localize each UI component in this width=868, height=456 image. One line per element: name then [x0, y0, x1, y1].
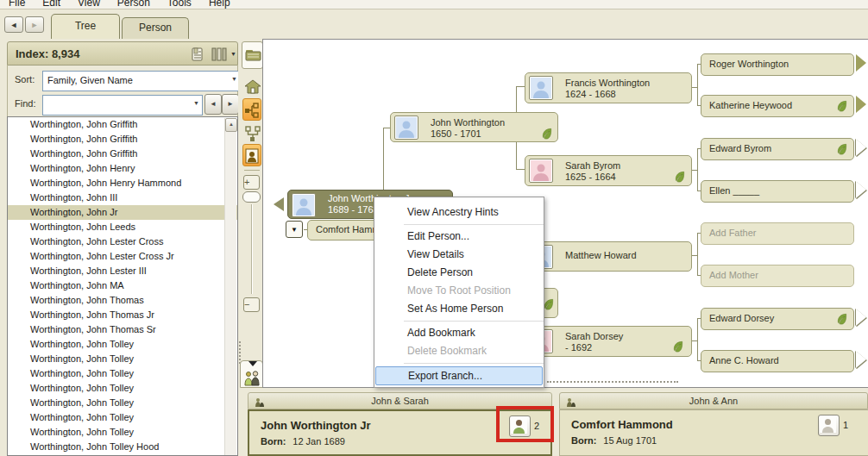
menu-item-view-details[interactable]: View Details [374, 246, 544, 264]
add-father-label: Add Father [709, 228, 756, 238]
history-forward-button[interactable]: ► [25, 16, 44, 33]
list-item[interactable]: Worthington, John MA [8, 278, 237, 293]
male-portrait-icon [292, 193, 316, 217]
columns-dropdown-icon[interactable]: ▼ [230, 51, 236, 57]
sort-dropdown-arrow-icon[interactable]: ▼ [231, 76, 237, 82]
tab-person[interactable]: Person [122, 17, 189, 39]
person-name: Ellen _____ [709, 185, 759, 196]
ancestry-hint-leaf-icon[interactable] [673, 170, 686, 183]
list-item[interactable]: Worthington, John III [8, 191, 237, 205]
spouse-dropdown-button[interactable]: ▼ [286, 221, 303, 238]
couple-card-comfort-hammond[interactable]: Comfort Hammond Born:15 Aug 1701 1 [559, 409, 868, 456]
spouse-count-button[interactable] [818, 415, 840, 436]
bookmark-list-icon[interactable] [190, 47, 205, 64]
list-item[interactable]: Worthington, John Leeds [8, 220, 237, 234]
person-name: Edward Byrom [709, 143, 771, 153]
columns-layout-icon[interactable] [211, 47, 229, 64]
list-item[interactable]: Worthington, John Tolley [8, 410, 237, 425]
list-item[interactable]: Worthington, John Tolley [8, 381, 237, 396]
list-item[interactable]: Worthington, John Henry Hammond [8, 176, 237, 191]
menu-tools[interactable]: Tools [166, 0, 193, 9]
ancestry-hint-leaf-icon[interactable] [540, 127, 553, 140]
list-item[interactable]: Worthington, John Tolley [8, 425, 237, 440]
menu-person[interactable]: Person [116, 0, 152, 9]
ancestry-hint-leaf-icon[interactable] [835, 312, 848, 325]
list-item[interactable]: Worthington, John Tolley [8, 396, 237, 410]
list-item[interactable]: Worthington, John Tolley [8, 352, 237, 366]
menu-item-edit-person[interactable]: Edit Person... [374, 228, 544, 246]
ancestry-hint-leaf-icon[interactable] [835, 99, 848, 112]
list-item[interactable]: Worthington, John Griffith [8, 132, 237, 147]
scroll-up-icon[interactable]: ▲ [225, 118, 237, 132]
back-icon: ◄ [10, 21, 18, 29]
couples-caret-icon [248, 361, 257, 366]
menu-item-export-branch[interactable]: Export Branch... [375, 366, 543, 385]
card-person-name: Comfort Hammond [571, 418, 673, 431]
list-scrollbar[interactable]: ▲ [224, 118, 236, 456]
person-box-roger-worthington[interactable]: Roger Worthington [701, 53, 854, 76]
index-panel-toggle-button[interactable] [242, 41, 263, 69]
person-view-button[interactable] [242, 144, 261, 166]
expand-branch-arrow-icon[interactable] [856, 351, 866, 368]
collapse-branch-arrow-icon[interactable] [274, 197, 284, 211]
person-box-katherine-heywood[interactable]: Katherine Heywood [701, 95, 854, 117]
menu-item-add-bookmark[interactable]: Add Bookmark [374, 324, 544, 342]
ancestry-hint-leaf-icon[interactable] [835, 142, 848, 155]
menu-item-set-as-home-person[interactable]: Set As Home Person [374, 300, 544, 318]
list-item[interactable]: Worthington, John Lester Cross [8, 234, 237, 249]
descendants-view-button[interactable] [244, 126, 261, 145]
add-mother-box[interactable]: Add Mother [701, 265, 854, 287]
person-box-matthew-howard[interactable]: Matthew Howard [525, 241, 692, 272]
tree-connector [697, 148, 698, 191]
list-item-selected[interactable]: Worthington, John Jr [8, 205, 237, 220]
menu-item-view-ancestry-hints[interactable]: View Ancestry Hints [374, 203, 544, 222]
list-item[interactable]: Worthington, John Thomas [8, 293, 237, 308]
list-item[interactable]: Worthington, John Griffith [8, 117, 237, 132]
person-box-francis-worthington[interactable]: Francis Worthington 1624 - 1668 [525, 72, 692, 103]
list-item[interactable]: Worthington, John Griffith [8, 147, 237, 161]
expand-branch-arrow-icon[interactable] [856, 309, 866, 326]
menu-help[interactable]: Help [207, 0, 232, 9]
pedigree-view-button[interactable] [242, 98, 261, 121]
menu-item-delete-person[interactable]: Delete Person [374, 264, 544, 282]
history-back-button[interactable]: ◄ [4, 16, 23, 33]
couple-header-john-ann[interactable]: John & Ann [559, 392, 868, 409]
zoom-slider-track[interactable] [251, 204, 253, 294]
person-box-edward-dorsey[interactable]: Edward Dorsey [701, 308, 854, 330]
list-item[interactable]: Worthington, John Lester Cross Jr [8, 249, 237, 264]
sort-dropdown[interactable]: Family, Given Name ▼ [42, 71, 241, 91]
person-box-ellen[interactable]: Ellen _____ [701, 180, 854, 203]
person-box-anne-c-howard[interactable]: Anne C. Howard [701, 350, 854, 372]
tab-tree[interactable]: Tree [51, 14, 120, 39]
find-input[interactable]: ▼ [42, 95, 203, 116]
tree-connector [516, 86, 525, 87]
person-box-edward-byrom[interactable]: Edward Byrom [701, 138, 854, 160]
find-dropdown-arrow-icon[interactable]: ▼ [193, 100, 199, 106]
menu-file[interactable]: File [7, 0, 27, 9]
list-item[interactable]: Worthington, John Henry [8, 161, 237, 176]
home-person-button[interactable] [244, 78, 261, 96]
zoom-slider-handle[interactable] [242, 191, 261, 203]
list-item[interactable]: Worthington, John Tolley [8, 337, 237, 352]
add-father-box[interactable]: Add Father [701, 222, 854, 245]
person-box-sarah-byrom[interactable]: Sarah Byrom 1625 - 1664 [525, 155, 692, 186]
menu-edit[interactable]: Edit [41, 0, 62, 9]
person-box-john-worthington[interactable]: John Worthington 1650 - 1701 [390, 112, 558, 142]
list-item[interactable]: Worthington, John Tolley [8, 366, 237, 381]
list-item[interactable]: Worthington, John Thomas Sr [8, 322, 237, 337]
ancestry-hint-leaf-icon[interactable] [671, 340, 684, 353]
find-previous-button[interactable]: ◄ [204, 94, 222, 115]
find-next-button[interactable]: ► [222, 94, 239, 115]
bottom-splitter-grip-icon[interactable] [547, 381, 678, 384]
list-item[interactable]: Worthington, John Tolley Hood [8, 440, 237, 454]
menu-view[interactable]: View [76, 0, 102, 9]
zoom-out-button[interactable]: − [243, 297, 260, 312]
expand-branch-arrow-icon[interactable] [856, 54, 866, 72]
list-item[interactable]: Worthington, John Lester III [8, 264, 237, 278]
expand-branch-arrow-icon[interactable] [856, 181, 866, 198]
person-box-sarah-dorsey[interactable]: Sarah Dorsey - 1692 [525, 326, 692, 357]
expand-branch-arrow-icon[interactable] [856, 96, 866, 113]
list-item[interactable]: Worthington, John Thomas Jr [8, 308, 237, 322]
zoom-in-button[interactable]: + [243, 175, 260, 190]
expand-branch-arrow-icon[interactable] [856, 139, 866, 156]
